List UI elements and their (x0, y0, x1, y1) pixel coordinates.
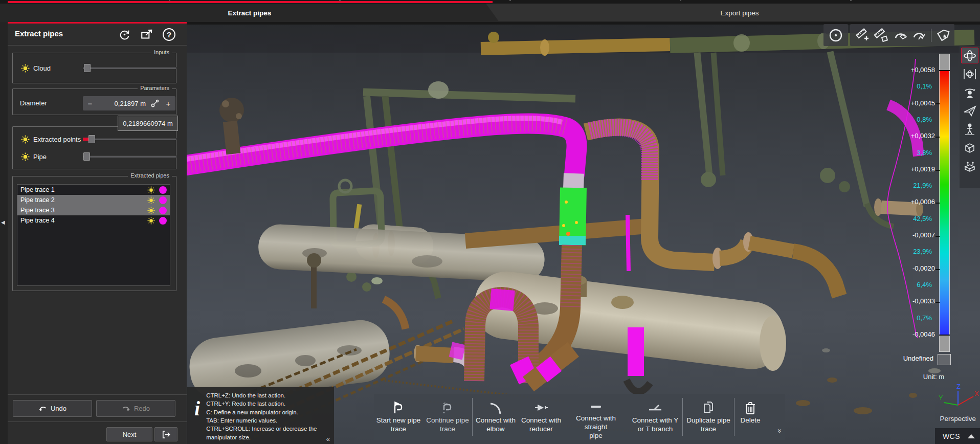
wcs-dropdown[interactable]: WCS (935, 428, 980, 444)
redo-label: Redo (134, 405, 150, 412)
next-button[interactable]: Next (106, 427, 152, 441)
slider-track[interactable] (83, 156, 176, 158)
connect-straight-pipe-icon (587, 399, 605, 414)
trace-color-swatch[interactable] (159, 217, 167, 225)
progress-red-line (8, 1, 493, 3)
fly-mode-button[interactable] (961, 103, 978, 119)
pipe-opacity-slider[interactable] (83, 152, 176, 161)
trace-color-swatch[interactable] (159, 186, 167, 194)
add-measurement-icon[interactable] (854, 28, 870, 43)
pipe-tools-toolbar: Start new pipe trace Continue pipe trace… (374, 394, 785, 440)
extracted-points-bulb-icon[interactable] (21, 135, 30, 144)
trace-bulb-icon[interactable] (147, 186, 155, 194)
toolbar-collapse-icon[interactable]: » (776, 429, 785, 433)
start-new-pipe-trace-icon (391, 399, 406, 416)
constrained-orbit-button[interactable] (961, 66, 978, 82)
slider-thumb[interactable] (88, 135, 95, 143)
axis-gizmo: Z X Y (938, 383, 979, 412)
parameters-legend: Parameters (138, 85, 172, 91)
measure-distance-icon[interactable] (873, 28, 888, 43)
list-item-pipe-trace-2[interactable]: Pipe trace 2 (17, 195, 170, 205)
toolbar-item-label: Start new pipe trace (376, 416, 420, 434)
slider-track[interactable] (83, 67, 176, 69)
cloud-opacity-slider[interactable] (83, 64, 176, 72)
delete-button[interactable]: Delete (734, 394, 766, 440)
info-icon: i (194, 399, 200, 442)
info-line: CTRL+SCROLL: Increase or decrease the (206, 425, 317, 433)
inputs-section: Inputs Cloud (12, 53, 176, 83)
pipe-label: Pipe (33, 153, 47, 161)
connect-with-reducer-button[interactable]: Connect with reducer (519, 394, 564, 440)
inputs-legend: Inputs (151, 49, 172, 55)
connect-with-y-t-branch-button[interactable]: Connect with Y or T branch (628, 394, 682, 440)
extracted-pipes-legend: Extracted pipes (128, 172, 172, 179)
panel-separator (8, 45, 187, 46)
trace-color-swatch[interactable] (159, 196, 167, 204)
look-around-button[interactable] (961, 84, 978, 100)
help-icon[interactable]: ? (162, 28, 176, 41)
tab-extract-pipes[interactable]: Extract pipes (0, 4, 499, 22)
list-item-pipe-trace-4[interactable]: Pipe trace 4 (17, 215, 170, 226)
orbit-mode-button[interactable] (961, 48, 978, 63)
toolbar-divider (931, 29, 931, 42)
list-item-pipe-trace-3[interactable]: Pipe trace 3 (17, 205, 170, 215)
measure-angle-icon[interactable] (893, 28, 908, 43)
extracted-points-slider[interactable] (83, 135, 176, 143)
wizard-step-bar: Extract pipes Export pipes (0, 4, 980, 22)
continue-pipe-trace-button[interactable]: Continue pipe trace (423, 394, 472, 440)
pipe-trace-name: Pipe trace 1 (20, 186, 55, 193)
look-around-icon (963, 86, 976, 99)
pipe-bulb-icon[interactable] (21, 152, 30, 161)
trace-bulb-icon[interactable] (147, 207, 155, 214)
diameter-increase-button[interactable]: + (161, 99, 175, 108)
help-glyph: ? (167, 30, 171, 39)
slider-thumb[interactable] (83, 152, 90, 161)
list-item-pipe-trace-1[interactable]: Pipe trace 1 (17, 185, 170, 195)
info-collapse-icon[interactable]: « (326, 435, 330, 443)
trace-bulb-icon[interactable] (147, 196, 155, 204)
history-icon[interactable] (118, 28, 131, 41)
start-new-pipe-trace-button[interactable]: Start new pipe trace (374, 394, 423, 440)
cloud-visibility-bulb-icon[interactable] (21, 64, 30, 73)
info-line: CTRL+Y: Redo the last action. (206, 399, 317, 408)
connect-with-elbow-button[interactable]: Connect with elbow (473, 394, 519, 440)
label-tag-icon[interactable] (935, 28, 950, 43)
connect-with-straight-pipe-button[interactable]: Connect with straight pipe (564, 394, 628, 440)
continue-pipe-trace-icon (440, 399, 455, 416)
trace-color-swatch[interactable] (159, 207, 167, 214)
redo-button[interactable]: Redo (96, 400, 175, 417)
point-cloud-scene (187, 22, 980, 444)
measure-angle-axis-icon[interactable] (911, 28, 927, 43)
redo-arrow-icon (122, 405, 130, 412)
slider-thumb[interactable] (84, 64, 91, 72)
clipping-box-button[interactable] (961, 158, 978, 174)
undo-button[interactable]: Undo (13, 400, 92, 417)
panel-collapse-arrow-icon[interactable]: ◀ (1, 219, 5, 225)
tab-export-pipes-label: Export pipes (720, 9, 759, 17)
duplicate-pipe-trace-button[interactable]: Duplicate pipe trace (683, 394, 734, 440)
diameter-value[interactable]: 0,21897 m (97, 100, 149, 107)
clip-box-icon (963, 160, 976, 172)
display-section: Extracted points Pipe (12, 126, 176, 169)
slider-track[interactable] (83, 138, 176, 140)
measure-tools-group (850, 24, 954, 46)
rotation-center-icon[interactable] (828, 28, 843, 43)
projection-mode-label[interactable]: Perspective (916, 415, 976, 423)
diameter-decrease-button[interactable]: − (83, 99, 97, 108)
exit-button[interactable] (154, 427, 177, 441)
exit-icon (161, 430, 171, 439)
panel-collapse-rail: ◀ (0, 22, 8, 444)
3d-viewport[interactable] (187, 22, 980, 444)
extract-pipes-panel: Extract pipes ? Inputs (8, 22, 187, 444)
connect-reducer-icon (533, 399, 549, 416)
panel-separator (8, 394, 187, 395)
tab-export-pipes[interactable]: Export pipes (499, 4, 980, 22)
walk-mode-button[interactable] (961, 121, 978, 137)
chevron-up-icon (968, 434, 975, 438)
open-external-icon[interactable] (140, 28, 153, 41)
delete-icon (743, 399, 758, 416)
standard-views-button[interactable] (961, 140, 978, 156)
diameter-link-icon[interactable] (149, 99, 161, 108)
undo-arrow-icon (38, 405, 47, 412)
trace-bulb-icon[interactable] (147, 217, 155, 225)
